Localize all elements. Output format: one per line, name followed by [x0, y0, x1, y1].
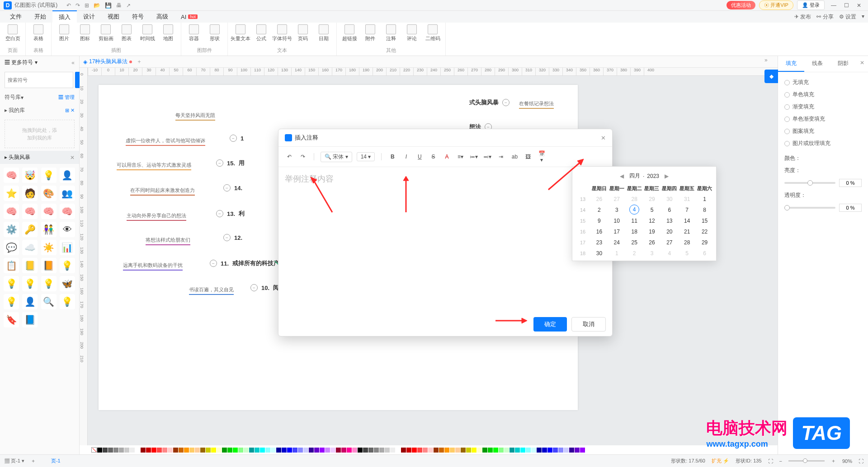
cal-day[interactable]: 18	[626, 226, 643, 237]
color-swatch[interactable]	[352, 448, 357, 453]
cal-day[interactable]: 11	[626, 215, 643, 226]
color-swatch[interactable]	[141, 448, 146, 453]
color-swatch[interactable]	[173, 448, 178, 453]
cal-day[interactable]: 28	[678, 237, 696, 248]
color-swatch[interactable]	[292, 448, 297, 453]
color-swatch[interactable]	[108, 448, 113, 453]
color-swatch[interactable]	[244, 448, 249, 453]
color-swatch[interactable]	[168, 448, 173, 453]
ribbon-item[interactable]: 地图	[158, 24, 178, 42]
cal-day[interactable]: 15	[696, 215, 713, 226]
shape-item[interactable]: 💡	[41, 276, 57, 291]
shape-item[interactable]: 💡	[4, 276, 19, 291]
color-swatch[interactable]	[444, 448, 449, 453]
share-button[interactable]: ⚯ 分享	[816, 13, 833, 21]
sidebar-collapse-icon[interactable]: «	[71, 60, 75, 66]
color-swatch[interactable]	[260, 448, 265, 453]
cal-year[interactable]: 2023	[647, 173, 659, 179]
no-fill-icon[interactable]	[91, 447, 97, 453]
search-input[interactable]	[5, 72, 73, 88]
document-tab[interactable]: ◈ 17种头脑风暴法	[83, 58, 132, 65]
window-maximize-icon[interactable]: ☐	[841, 1, 852, 9]
symbol-lib-label[interactable]: 符号库	[5, 93, 21, 101]
shape-item[interactable]: 📒	[22, 258, 38, 273]
ribbon-item[interactable]: 页码	[293, 24, 313, 42]
mm-note[interactable]: 将想法样式给朋友们	[146, 237, 190, 245]
color-swatch[interactable]	[368, 448, 373, 453]
bold-icon[interactable]: B	[388, 154, 397, 160]
cal-day[interactable]: 26	[590, 194, 608, 205]
format-tool-icon[interactable]: ◆	[764, 70, 778, 83]
window-minimize-icon[interactable]: —	[828, 1, 839, 9]
color-swatch[interactable]	[211, 448, 216, 453]
color-swatch[interactable]	[287, 448, 292, 453]
text-color-icon[interactable]: A	[442, 154, 451, 160]
shape-item[interactable]: 🦋	[60, 276, 75, 291]
cal-day[interactable]: 17	[608, 226, 626, 237]
cal-day[interactable]: 14	[678, 215, 696, 226]
color-swatch[interactable]	[103, 448, 108, 453]
color-swatch[interactable]	[466, 448, 471, 453]
undo-icon[interactable]: ↶	[66, 2, 71, 9]
cal-day[interactable]: 24	[608, 237, 626, 248]
cal-day[interactable]: 3	[608, 205, 626, 215]
color-swatch[interactable]	[575, 448, 580, 453]
zoom-in-icon[interactable]: ＋	[831, 458, 836, 464]
color-swatch[interactable]	[200, 448, 205, 453]
collapse-icon[interactable]: −	[502, 99, 509, 106]
color-swatch[interactable]	[477, 448, 482, 453]
color-swatch[interactable]	[238, 448, 243, 453]
color-swatch[interactable]	[450, 448, 455, 453]
editor-body[interactable]: 举例注释内容	[278, 167, 612, 313]
zoom-slider[interactable]	[788, 460, 825, 462]
fill-option[interactable]: 图案填充	[784, 127, 862, 135]
fullscreen-icon[interactable]: ⛶	[859, 458, 863, 464]
cal-day[interactable]: 16	[590, 226, 608, 237]
mm-note[interactable]: 每天坚持风雨无阻	[175, 112, 215, 121]
cal-day[interactable]: 9	[590, 215, 608, 226]
color-swatch[interactable]	[499, 448, 504, 453]
strike-icon[interactable]: S	[429, 154, 438, 160]
cal-day[interactable]: 8	[696, 205, 713, 215]
brightness-value[interactable]	[839, 179, 862, 187]
cal-month[interactable]: 四月	[629, 172, 640, 180]
color-swatch[interactable]	[558, 448, 563, 453]
redo-icon[interactable]: ↷	[75, 2, 80, 9]
mm-note[interactable]: 在餐纸记录想法	[519, 100, 554, 109]
color-swatch[interactable]	[537, 448, 542, 453]
cal-day[interactable]: 4	[629, 205, 639, 215]
color-swatch[interactable]	[455, 448, 460, 453]
brightness-slider[interactable]	[784, 182, 835, 184]
color-swatch[interactable]	[379, 448, 384, 453]
color-swatch[interactable]	[314, 448, 319, 453]
align-icon[interactable]: ≡▾	[456, 154, 465, 160]
date-icon[interactable]: 📅▾	[537, 150, 546, 163]
cal-day[interactable]: 4	[660, 248, 678, 259]
cal-day[interactable]: 6	[696, 248, 713, 259]
color-swatch[interactable]	[363, 448, 368, 453]
collapse-icon[interactable]: −	[230, 135, 237, 142]
color-swatch[interactable]	[401, 448, 406, 453]
page-picker[interactable]: ▦ 页-1 ▾	[5, 458, 24, 464]
shape-item[interactable]: 💡	[4, 294, 19, 309]
shape-item[interactable]: 💡	[60, 258, 75, 273]
color-swatch[interactable]	[157, 448, 162, 453]
shape-item[interactable]: ⚙️	[4, 222, 19, 237]
fill-option[interactable]: 单色渐变填充	[784, 115, 862, 123]
cal-day[interactable]: 28	[626, 194, 643, 205]
cal-day[interactable]: 27	[608, 194, 626, 205]
mm-note[interactable]: 在不同时间起床来激发创造力	[130, 187, 195, 196]
ribbon-item[interactable]: 时间线	[137, 24, 157, 42]
ribbon-item[interactable]: 附件	[360, 24, 380, 42]
mm-note[interactable]: 虚拟一位收件人，尝试与他写信倾诉	[126, 137, 205, 146]
font-select[interactable]: 🔍 宋体 ▾	[321, 152, 352, 162]
cal-day[interactable]: 25	[626, 237, 643, 248]
opacity-value[interactable]	[839, 204, 862, 212]
fit-icon[interactable]: ⛶	[768, 458, 773, 464]
color-swatch[interactable]	[417, 448, 422, 453]
format-tab-shadow[interactable]: 阴影	[830, 56, 856, 72]
color-swatch[interactable]	[341, 448, 346, 453]
shape-item[interactable]: 🤯	[22, 168, 38, 183]
cal-day[interactable]: 1	[696, 194, 713, 205]
undo-icon[interactable]: ↶	[285, 154, 294, 160]
